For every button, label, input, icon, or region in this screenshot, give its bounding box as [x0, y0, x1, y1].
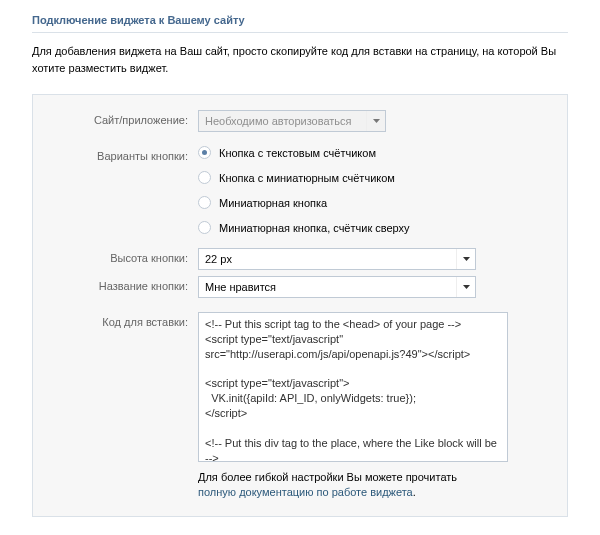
name-select-value: Мне нравится	[205, 281, 276, 293]
height-select-value: 22 px	[205, 253, 232, 265]
site-select-value: Необходимо авторизоваться	[205, 115, 352, 127]
variants-label: Варианты кнопки:	[48, 146, 198, 162]
chevron-down-icon	[366, 111, 385, 131]
section-header: Подключение виджета к Вашему сайту	[32, 10, 568, 33]
variants-group: Кнопка с текстовым счётчиком Кнопка с ми…	[198, 146, 552, 234]
footer-text-1: Для более гибкой настройки Вы можете про…	[198, 471, 457, 483]
name-select[interactable]: Мне нравится	[198, 276, 476, 298]
chevron-down-icon	[456, 277, 475, 297]
height-select[interactable]: 22 px	[198, 248, 476, 270]
code-label: Код для вставки:	[48, 312, 198, 328]
docs-link[interactable]: полную документацию по работе виджета	[198, 486, 413, 498]
radio-icon	[198, 171, 211, 184]
variant-label: Кнопка с текстовым счётчиком	[219, 147, 376, 159]
variant-option-2[interactable]: Миниатюрная кнопка	[198, 196, 552, 209]
code-textarea[interactable]	[198, 312, 508, 462]
name-label: Название кнопки:	[48, 276, 198, 292]
radio-icon	[198, 196, 211, 209]
variant-label: Миниатюрная кнопка, счётчик сверху	[219, 222, 410, 234]
form-panel: Сайт/приложение: Необходимо авторизовать…	[32, 94, 568, 517]
intro-text: Для добавления виджета на Ваш сайт, прос…	[32, 43, 568, 76]
radio-icon	[198, 146, 211, 159]
variant-label: Миниатюрная кнопка	[219, 197, 327, 209]
variant-option-3[interactable]: Миниатюрная кнопка, счётчик сверху	[198, 221, 552, 234]
footer-note: Для более гибкой настройки Вы можете про…	[198, 470, 498, 501]
variant-option-1[interactable]: Кнопка с миниатюрным счётчиком	[198, 171, 552, 184]
height-label: Высота кнопки:	[48, 248, 198, 264]
variant-option-0[interactable]: Кнопка с текстовым счётчиком	[198, 146, 552, 159]
variant-label: Кнопка с миниатюрным счётчиком	[219, 172, 395, 184]
footer-text-2: .	[413, 486, 416, 498]
site-label: Сайт/приложение:	[48, 110, 198, 126]
chevron-down-icon	[456, 249, 475, 269]
radio-icon	[198, 221, 211, 234]
site-select[interactable]: Необходимо авторизоваться	[198, 110, 386, 132]
